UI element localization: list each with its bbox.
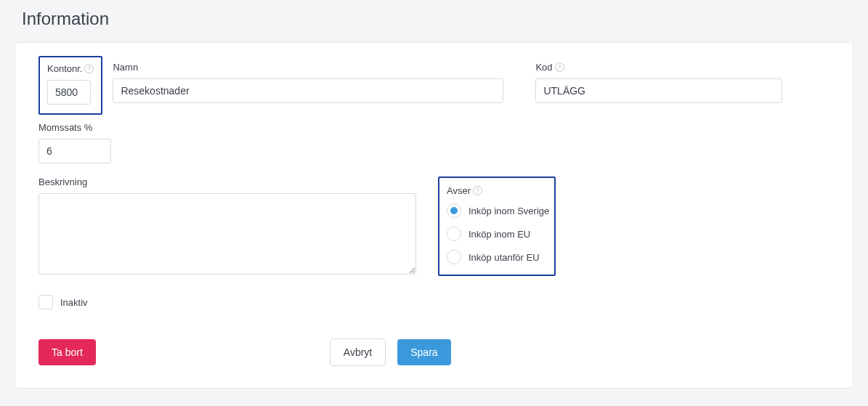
namn-input[interactable] xyxy=(113,78,503,103)
save-button[interactable]: Spara xyxy=(397,339,450,365)
cancel-button[interactable]: Avbryt xyxy=(330,338,386,366)
radio-circle xyxy=(447,203,461,218)
radio-label: Inköp utanför EU xyxy=(469,252,540,263)
kontonr-highlight: Kontonr. ? xyxy=(38,56,102,115)
radio-circle xyxy=(447,250,461,264)
help-icon[interactable]: ? xyxy=(473,186,482,195)
inaktiv-checkbox[interactable] xyxy=(38,295,53,309)
inaktiv-label: Inaktiv xyxy=(60,297,88,308)
page-title: Information xyxy=(22,9,846,29)
kontonr-label: Kontonr. ? xyxy=(47,63,94,74)
avser-label: Avser ? xyxy=(447,185,544,196)
inaktiv-checkbox-row[interactable]: Inaktiv xyxy=(38,295,830,309)
namn-label: Namn xyxy=(113,62,503,73)
avser-option-inkop-sverige[interactable]: Inköp inom Sverige xyxy=(447,203,544,218)
kontonr-label-text: Kontonr. xyxy=(47,63,82,74)
avser-label-text: Avser xyxy=(447,185,471,196)
radio-label: Inköp inom EU xyxy=(469,229,530,240)
beskrivning-label: Beskrivning xyxy=(38,176,416,187)
radio-dot xyxy=(450,207,458,214)
delete-button[interactable]: Ta bort xyxy=(38,339,96,365)
kod-input[interactable] xyxy=(535,78,782,103)
help-icon[interactable]: ? xyxy=(555,62,564,72)
avser-radio-group: Inköp inom Sverige Inköp inom EU Inköp u… xyxy=(447,203,544,264)
momssats-label: Momssats % xyxy=(38,122,830,133)
avser-option-inkop-eu[interactable]: Inköp inom EU xyxy=(447,227,544,241)
beskrivning-textarea[interactable] xyxy=(38,193,416,275)
kontonr-input[interactable] xyxy=(47,80,91,105)
kod-label: Kod ? xyxy=(535,62,782,73)
radio-circle xyxy=(447,227,461,241)
momssats-input[interactable] xyxy=(38,139,111,163)
form-card: Kontonr. ? Namn Kod ? Momssats % Beskriv xyxy=(15,42,853,389)
avser-option-inkop-utanfor-eu[interactable]: Inköp utanför EU xyxy=(447,250,544,264)
radio-label: Inköp inom Sverige xyxy=(469,206,549,216)
avser-highlight: Avser ? Inköp inom Sverige Inköp inom EU… xyxy=(438,176,556,276)
help-icon[interactable]: ? xyxy=(84,64,94,73)
kod-label-text: Kod xyxy=(535,62,552,73)
